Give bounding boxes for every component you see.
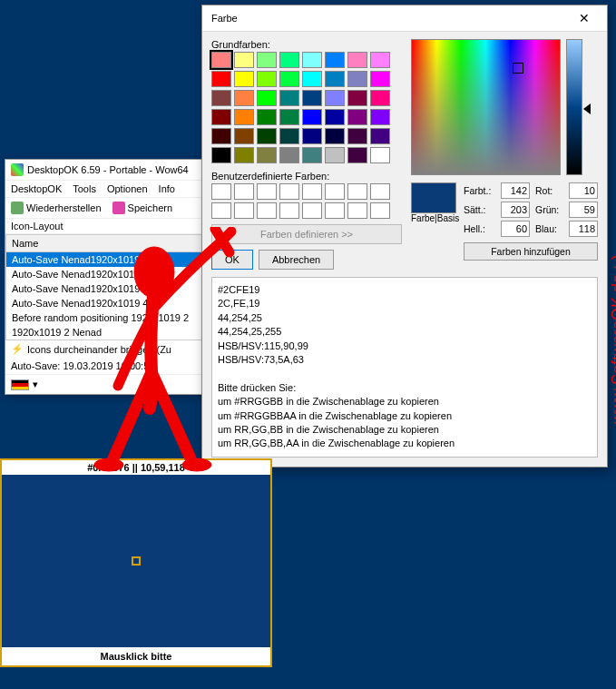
menu-desktopok[interactable]: DesktopOK bbox=[11, 183, 62, 194]
basic-swatch[interactable] bbox=[211, 147, 231, 163]
basic-swatch[interactable] bbox=[347, 71, 367, 87]
custom-swatch[interactable] bbox=[234, 202, 254, 219]
color-dialog: Farbe ✕ Grundfarben: Benutzerdefinierte … bbox=[201, 5, 608, 468]
basic-swatch[interactable] bbox=[279, 52, 299, 68]
basic-swatch[interactable] bbox=[234, 128, 254, 144]
basic-swatch[interactable] bbox=[302, 147, 322, 163]
custom-swatch[interactable] bbox=[257, 183, 277, 200]
basic-swatch[interactable] bbox=[234, 147, 254, 163]
basic-colors-label: Grundfarben: bbox=[211, 39, 402, 50]
basic-swatch[interactable] bbox=[211, 128, 231, 144]
basic-swatch[interactable] bbox=[302, 128, 322, 144]
custom-swatch[interactable] bbox=[325, 183, 345, 200]
basic-swatch[interactable] bbox=[370, 128, 390, 144]
basic-swatch[interactable] bbox=[370, 52, 390, 68]
basic-swatch[interactable] bbox=[325, 147, 345, 163]
basic-swatch[interactable] bbox=[257, 71, 277, 87]
hue-input[interactable] bbox=[501, 182, 530, 199]
flag-de-icon bbox=[11, 379, 29, 390]
color-preview bbox=[411, 182, 456, 213]
magnifier-target-icon bbox=[132, 556, 141, 566]
basic-swatch[interactable] bbox=[279, 109, 299, 125]
custom-swatch[interactable] bbox=[234, 183, 254, 200]
magnifier-view[interactable] bbox=[2, 475, 270, 647]
blue-label: Blau: bbox=[535, 223, 563, 234]
green-input[interactable] bbox=[569, 202, 598, 218]
magnifier-color-label: #0A3B76 || 10,59,118 bbox=[2, 460, 270, 475]
red-input[interactable] bbox=[569, 182, 598, 199]
preview-label: Farbe|Basis bbox=[411, 213, 456, 223]
basic-swatch[interactable] bbox=[325, 128, 345, 144]
basic-swatch[interactable] bbox=[234, 52, 254, 68]
save-button[interactable]: Speichern bbox=[112, 202, 173, 214]
define-colors-button: Farben definieren >> bbox=[211, 224, 402, 244]
basic-swatch[interactable] bbox=[347, 52, 367, 68]
menu-optionen[interactable]: Optionen bbox=[107, 183, 148, 194]
custom-swatch[interactable] bbox=[302, 202, 322, 219]
hue-sat-picker[interactable] bbox=[411, 39, 561, 175]
basic-swatch[interactable] bbox=[257, 52, 277, 68]
custom-swatch[interactable] bbox=[370, 202, 390, 219]
custom-swatch[interactable] bbox=[370, 183, 390, 200]
hue-label: Farbt.: bbox=[464, 185, 495, 196]
basic-swatch[interactable] bbox=[257, 147, 277, 163]
basic-swatch[interactable] bbox=[370, 90, 390, 106]
slider-arrow-icon bbox=[583, 103, 591, 114]
basic-swatch[interactable] bbox=[302, 52, 322, 68]
color-titlebar[interactable]: Farbe ✕ bbox=[202, 5, 607, 32]
basic-swatch[interactable] bbox=[370, 109, 390, 125]
add-color-button[interactable]: Farben hinzufügen bbox=[464, 242, 598, 261]
basic-swatch[interactable] bbox=[279, 147, 299, 163]
basic-swatch[interactable] bbox=[302, 71, 322, 87]
app-icon bbox=[11, 163, 24, 176]
custom-swatch[interactable] bbox=[325, 202, 345, 219]
basic-swatch[interactable] bbox=[325, 109, 345, 125]
luminance-slider[interactable] bbox=[566, 39, 582, 175]
basic-swatch[interactable] bbox=[234, 71, 254, 87]
save-icon bbox=[112, 202, 125, 214]
close-button[interactable]: ✕ bbox=[571, 11, 598, 25]
basic-swatch[interactable] bbox=[211, 52, 231, 68]
basic-swatch[interactable] bbox=[211, 109, 231, 125]
basic-swatch[interactable] bbox=[370, 71, 390, 87]
basic-swatch[interactable] bbox=[347, 90, 367, 106]
basic-swatch[interactable] bbox=[279, 128, 299, 144]
custom-swatch[interactable] bbox=[347, 183, 367, 200]
cancel-button[interactable]: Abbrechen bbox=[259, 250, 334, 270]
basic-swatch[interactable] bbox=[347, 147, 367, 163]
custom-swatch[interactable] bbox=[211, 183, 231, 200]
menu-info[interactable]: Info bbox=[159, 183, 175, 194]
basic-swatch[interactable] bbox=[302, 90, 322, 106]
basic-swatch[interactable] bbox=[325, 71, 345, 87]
custom-swatch[interactable] bbox=[257, 202, 277, 219]
color-info-text[interactable]: #2CFE19 2C,FE,19 44,254,25 44,254,25,255… bbox=[211, 277, 598, 458]
custom-swatch[interactable] bbox=[279, 183, 299, 200]
custom-swatch[interactable] bbox=[302, 183, 322, 200]
custom-swatch[interactable] bbox=[279, 202, 299, 219]
restore-button[interactable]: Wiederherstellen bbox=[11, 202, 102, 214]
custom-swatch[interactable] bbox=[211, 202, 231, 219]
basic-swatch[interactable] bbox=[370, 147, 390, 163]
blue-input[interactable] bbox=[569, 221, 598, 237]
basic-swatch[interactable] bbox=[211, 71, 231, 87]
basic-swatch[interactable] bbox=[279, 71, 299, 87]
basic-swatch[interactable] bbox=[325, 90, 345, 106]
basic-swatch[interactable] bbox=[234, 90, 254, 106]
basic-swatch[interactable] bbox=[234, 109, 254, 125]
sat-input[interactable] bbox=[501, 202, 530, 218]
basic-swatch[interactable] bbox=[257, 109, 277, 125]
basic-swatch[interactable] bbox=[347, 109, 367, 125]
basic-swatch[interactable] bbox=[257, 128, 277, 144]
menu-tools[interactable]: Tools bbox=[73, 183, 96, 194]
basic-swatch[interactable] bbox=[211, 90, 231, 106]
basic-colors-grid bbox=[211, 52, 402, 163]
basic-swatch[interactable] bbox=[279, 90, 299, 106]
lum-input[interactable] bbox=[501, 221, 530, 237]
basic-swatch[interactable] bbox=[325, 52, 345, 68]
lum-label: Hell.: bbox=[464, 223, 495, 234]
basic-swatch[interactable] bbox=[302, 109, 322, 125]
custom-swatch[interactable] bbox=[347, 202, 367, 219]
ok-button[interactable]: OK bbox=[211, 250, 253, 270]
basic-swatch[interactable] bbox=[347, 128, 367, 144]
basic-swatch[interactable] bbox=[257, 90, 277, 106]
